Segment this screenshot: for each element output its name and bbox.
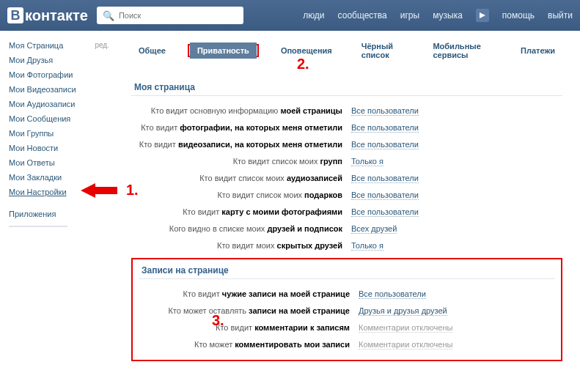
sidebar-item-label: Мои Видеозаписи [9, 85, 76, 94]
sidebar-item-label: Мои Ответы [9, 158, 55, 167]
annotation-highlight-3: Записи на странице Кто видит чужие запис… [131, 258, 562, 361]
privacy-row: Кто видит комментарии к записямКомментар… [139, 323, 555, 333]
privacy-row: Кто видит карту с моими фотографиямиВсе … [131, 207, 562, 217]
row-value[interactable]: Все пользователи [351, 123, 419, 133]
row-label: Кто видит основную информацию моей стран… [131, 106, 351, 115]
privacy-row: Кто видит чужие записи на моей страницеВ… [139, 289, 555, 299]
privacy-row: Кого видно в списке моих друзей и подпис… [131, 224, 562, 234]
sidebar-item-groups[interactable]: Мои Группы [9, 126, 114, 141]
row-value[interactable]: Только я [351, 241, 383, 251]
sidebar-item-label: Мои Новости [9, 144, 58, 152]
sidebar: Моя Страница ред. Мои Друзья Мои Фотогра… [0, 31, 114, 367]
main-content: Общее Приватность Оповещения Чёрный спис… [114, 31, 580, 367]
logo-icon: В [7, 7, 23, 23]
row-label: Кто видит видеозаписи, на которых меня о… [131, 140, 351, 149]
row-label: Кто видит карту с моими фотографиями [131, 207, 351, 216]
sidebar-item-videos[interactable]: Мои Видеозаписи [9, 82, 114, 97]
sidebar-item-apps[interactable]: Приложения [9, 207, 114, 221]
sidebar-item-news[interactable]: Мои Новости [9, 141, 114, 155]
row-label: Кто видит список моих подарков [131, 191, 351, 199]
row-label: Кто видит фотографии, на которых меня от… [131, 123, 351, 132]
logo-text: контакте [25, 7, 88, 24]
privacy-row: Кто видит фотографии, на которых меня от… [131, 123, 562, 133]
privacy-row: Кто видит список моих группТолько я [131, 157, 562, 166]
privacy-row: Кто видит основную информацию моей стран… [131, 106, 562, 116]
annotation-3: 3. [212, 312, 224, 329]
section-title: Моя страница [131, 82, 562, 96]
sidebar-item-label: Мои Настройки [9, 188, 67, 196]
row-label: Кто видит список моих групп [131, 157, 351, 166]
sidebar-item-audio[interactable]: Мои Аудиозаписи [9, 97, 114, 111]
row-value[interactable]: Всех друзей [351, 224, 397, 234]
tab-mobile[interactable]: Мобильные сервисы [425, 38, 499, 63]
sidebar-item-label: Мои Фотографии [9, 70, 73, 79]
sidebar-item-label: Мои Аудиозаписи [9, 100, 75, 108]
row-label: Кто видит чужие записи на моей странице [139, 289, 359, 298]
row-label: Кто видит комментарии к записям [139, 323, 359, 332]
sidebar-item-label: Моя Страница [9, 41, 63, 50]
nav-music[interactable]: музыка [433, 10, 463, 21]
search-box[interactable]: 🔍 [97, 7, 243, 24]
search-input[interactable] [119, 11, 238, 20]
sidebar-item-label: Мои Сообщения [9, 114, 70, 123]
row-value[interactable]: Все пользователи [351, 140, 419, 149]
row-label: Кого видно в списке моих друзей и подпис… [131, 224, 351, 233]
row-value[interactable]: Все пользователи [351, 191, 419, 200]
logo[interactable]: В контакте [7, 7, 88, 24]
sidebar-item-messages[interactable]: Мои Сообщения [9, 111, 114, 126]
sidebar-item-photos[interactable]: Мои Фотографии [9, 67, 114, 82]
row-label: Кто может оставлять записи на моей стран… [139, 306, 359, 315]
annotation-2: 2. [297, 56, 309, 73]
svg-marker-0 [480, 12, 485, 18]
privacy-row: Кто видит моих скрытых друзейТолько я [131, 241, 562, 251]
sidebar-item-answers[interactable]: Мои Ответы [9, 155, 114, 170]
nav-games[interactable]: игры [400, 10, 419, 21]
sidebar-item-label: Мои Друзья [9, 56, 53, 64]
row-value[interactable]: Все пользователи [359, 289, 426, 299]
row-label: Кто может комментировать мои записи [139, 340, 359, 349]
section-title: Записи на странице [139, 265, 555, 279]
nav-help[interactable]: помощь [502, 10, 535, 21]
svg-marker-1 [81, 183, 117, 198]
annotation-highlight-2: Приватность [188, 44, 259, 57]
row-value[interactable]: Комментарии отключены [359, 323, 452, 333]
tab-blacklist[interactable]: Чёрный список [354, 38, 411, 63]
section-mypage: Моя страница Кто видит основную информац… [131, 82, 562, 251]
row-value[interactable]: Все пользователи [351, 106, 419, 116]
header: В контакте 🔍 люди сообщества игры музыка… [0, 0, 580, 31]
tab-payments[interactable]: Платежи [513, 42, 562, 59]
row-value[interactable]: Только я [351, 157, 383, 166]
privacy-row: Кто может комментировать мои записиКомме… [139, 340, 555, 350]
nav-communities[interactable]: сообщества [338, 10, 387, 21]
sidebar-item-label: Приложения [9, 210, 56, 218]
sidebar-item-friends[interactable]: Мои Друзья [9, 53, 114, 67]
tab-general[interactable]: Общее [131, 42, 173, 59]
tabs: Общее Приватность Оповещения Чёрный спис… [131, 37, 562, 69]
sidebar-item-settings[interactable]: Мои Настройки 1. [9, 185, 114, 199]
tab-privacy[interactable]: Приватность [190, 42, 257, 59]
play-icon[interactable] [476, 9, 489, 22]
sidebar-item-mypage[interactable]: Моя Страница ред. [9, 38, 114, 53]
divider [9, 226, 67, 227]
edit-link[interactable]: ред. [95, 41, 109, 50]
nav-logout[interactable]: выйти [548, 10, 573, 21]
privacy-row: Кто видит список моих подарковВсе пользо… [131, 191, 562, 200]
privacy-row: Кто может оставлять записи на моей стран… [139, 306, 555, 316]
sidebar-item-label: Мои Закладки [9, 173, 62, 182]
sidebar-item-label: Мои Группы [9, 129, 54, 138]
row-value[interactable]: Все пользователи [351, 174, 419, 183]
privacy-row: Кто видит список моих аудиозаписейВсе по… [131, 174, 562, 183]
row-value[interactable]: Друзья и друзья друзей [359, 306, 447, 316]
row-label: Кто видит моих скрытых друзей [131, 241, 351, 250]
row-value[interactable]: Комментарии отключены [359, 340, 452, 350]
nav-people[interactable]: люди [303, 10, 324, 21]
top-nav: люди сообщества игры музыка помощь выйти [303, 9, 573, 22]
search-icon: 🔍 [103, 10, 114, 21]
row-label: Кто видит список моих аудиозаписей [131, 174, 351, 182]
privacy-row: Кто видит видеозаписи, на которых меня о… [131, 140, 562, 149]
row-value[interactable]: Все пользователи [351, 207, 419, 217]
section-wallposts: Записи на странице Кто видит чужие запис… [139, 265, 555, 350]
